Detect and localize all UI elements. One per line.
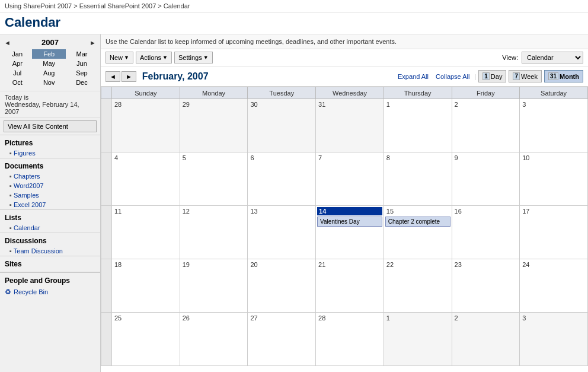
calendar-cell[interactable]: 1 — [384, 313, 452, 366]
sidebar-sections: PicturesFiguresDocumentsChaptersWord2007… — [0, 135, 100, 269]
mini-cal-month[interactable]: Aug — [32, 68, 65, 78]
content-area: Use the Calendar list to keep informed o… — [101, 34, 588, 372]
mini-cal-next[interactable]: ► — [88, 39, 98, 46]
today-text: Today is Wednesday, February 14, 2007 — [0, 91, 100, 118]
cal-next-button[interactable]: ► — [122, 71, 136, 82]
calendar-day-header: Saturday — [520, 87, 588, 99]
calendar-cell[interactable]: 9 — [452, 152, 520, 206]
calendar-cell[interactable]: 15Chapter 2 complete — [384, 206, 452, 259]
actions-button[interactable]: Actions ▼ — [136, 52, 172, 63]
calendar-cell[interactable]: 21 — [316, 259, 384, 313]
calendar-table: SundayMondayTuesdayWednesdayThursdayFrid… — [101, 87, 588, 366]
month-view-button[interactable]: 31 Month — [544, 70, 583, 82]
calendar-cell[interactable]: 16 — [452, 206, 520, 259]
day-number: 11 — [113, 207, 178, 215]
calendar-cell[interactable]: 12 — [180, 206, 248, 259]
sidebar-item[interactable]: Calendar — [0, 223, 100, 233]
day-number: 8 — [385, 154, 450, 162]
view-select[interactable]: CalendarAll EventsCurrent Events — [522, 52, 583, 63]
day-number: 24 — [521, 260, 586, 269]
mini-cal-month[interactable]: May — [32, 59, 65, 68]
day-number: 28 — [317, 314, 382, 322]
calendar-cell[interactable]: 4 — [112, 152, 180, 206]
mini-calendar: ◄ 2007 ► JanFebMarAprMayJunJulAugSepOctN… — [0, 34, 100, 91]
settings-button[interactable]: Settings ▼ — [174, 52, 213, 63]
mini-cal-header: ◄ 2007 ► — [2, 38, 98, 47]
sidebar: ◄ 2007 ► JanFebMarAprMayJunJulAugSepOctN… — [0, 34, 101, 372]
day-number: 2 — [453, 100, 519, 109]
mini-cal-month[interactable]: Mar — [66, 49, 98, 59]
sidebar-item[interactable]: Samples — [0, 190, 100, 200]
calendar-cell[interactable]: 6 — [248, 152, 316, 206]
calendar-day-header: Wednesday — [316, 87, 384, 99]
calendar-cell[interactable]: 19 — [180, 259, 248, 313]
calendar-cell[interactable]: 1 — [384, 99, 452, 152]
day-number: 23 — [453, 260, 519, 269]
calendar-cell[interactable]: 30 — [248, 99, 316, 152]
new-button[interactable]: New ▼ — [106, 52, 133, 63]
day-view-button[interactable]: 1 Day — [478, 70, 506, 82]
mini-cal-grid: JanFebMarAprMayJunJulAugSepOctNovDec — [2, 49, 98, 87]
mini-cal-month[interactable]: Jan — [2, 49, 32, 59]
cal-prev-button[interactable]: ◄ — [106, 71, 120, 82]
calendar-cell[interactable]: 20 — [248, 259, 316, 313]
calendar-cell[interactable]: 24 — [520, 259, 588, 313]
calendar-cell[interactable]: 2 — [452, 99, 520, 152]
calendar-cell[interactable]: 29 — [180, 99, 248, 152]
day-number: 17 — [521, 207, 586, 215]
mini-cal-month[interactable]: Apr — [2, 59, 32, 68]
day-number: 9 — [453, 154, 519, 162]
calendar-cell[interactable]: 18 — [112, 259, 180, 313]
calendar-cell[interactable]: 13 — [248, 206, 316, 259]
calendar-event[interactable]: Chapter 2 complete — [385, 217, 450, 227]
sidebar-item[interactable]: Excel 2007 — [0, 200, 100, 209]
breadcrumb: Using SharePoint 2007 > Essential ShareP… — [0, 0, 588, 12]
day-number: 30 — [249, 100, 314, 109]
calendar-cell[interactable]: 11 — [112, 206, 180, 259]
calendar-day-header: Sunday — [112, 87, 180, 99]
sidebar-item[interactable]: Word2007 — [0, 181, 100, 190]
view-all-site-content-button[interactable]: View All Site Content — [4, 120, 97, 132]
sidebar-item[interactable]: Chapters — [0, 171, 100, 181]
toolbar-view: View: CalendarAll EventsCurrent Events — [502, 52, 583, 63]
mini-cal-month[interactable]: Dec — [66, 78, 98, 87]
day-number: 13 — [249, 207, 314, 215]
calendar-cell[interactable]: 8 — [384, 152, 452, 206]
cal-view-options: Expand All Collapse All | 1 Day 7 Week 3… — [395, 70, 583, 82]
mini-cal-month[interactable]: Nov — [32, 78, 65, 87]
mini-cal-prev[interactable]: ◄ — [2, 39, 12, 46]
calendar-day-header: Monday — [180, 87, 248, 99]
recycle-bin-item[interactable]: ♻ Recycle Bin — [0, 286, 100, 298]
calendar-cell[interactable]: 7 — [316, 152, 384, 206]
week-view-button[interactable]: 7 Week — [509, 70, 541, 82]
sidebar-item[interactable]: Team Discussion — [0, 246, 100, 256]
calendar-cell[interactable]: 28 — [316, 313, 384, 366]
day-number: 20 — [249, 260, 314, 269]
calendar-cell[interactable]: 22 — [384, 259, 452, 313]
mini-cal-month[interactable]: Feb — [32, 49, 65, 59]
calendar-cell[interactable]: 28 — [112, 99, 180, 152]
calendar-cell[interactable]: 23 — [452, 259, 520, 313]
toolbar: New ▼ Actions ▼ Settings ▼ View: Calenda… — [101, 49, 588, 66]
calendar-cell[interactable]: 3 — [520, 313, 588, 366]
collapse-all-button[interactable]: Collapse All — [433, 72, 472, 81]
calendar-cell[interactable]: 26 — [180, 313, 248, 366]
calendar-event[interactable]: Valentines Day — [317, 217, 382, 227]
calendar-cell[interactable]: 3 — [520, 99, 588, 152]
calendar-cell[interactable]: 31 — [316, 99, 384, 152]
calendar-cell[interactable]: 14Valentines Day — [316, 206, 384, 259]
mini-cal-month[interactable]: Jun — [66, 59, 98, 68]
calendar-cell[interactable]: 25 — [112, 313, 180, 366]
calendar-cell[interactable]: 5 — [180, 152, 248, 206]
mini-cal-month[interactable]: Oct — [2, 78, 32, 87]
mini-cal-year: 2007 — [12, 38, 88, 47]
calendar-day-header: Tuesday — [248, 87, 316, 99]
mini-cal-month[interactable]: Sep — [66, 68, 98, 78]
mini-cal-month[interactable]: Jul — [2, 68, 32, 78]
calendar-cell[interactable]: 2 — [452, 313, 520, 366]
sidebar-item[interactable]: Figures — [0, 148, 100, 158]
calendar-cell[interactable]: 10 — [520, 152, 588, 206]
calendar-cell[interactable]: 17 — [520, 206, 588, 259]
calendar-cell[interactable]: 27 — [248, 313, 316, 366]
expand-all-button[interactable]: Expand All — [395, 72, 431, 81]
